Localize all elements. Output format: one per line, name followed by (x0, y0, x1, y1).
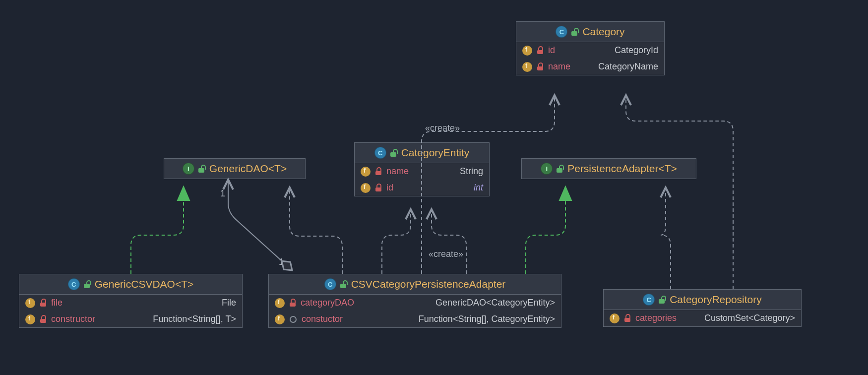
field-row: categories CustomSet<Category> (604, 310, 801, 326)
stereotype-label: «create» (425, 123, 460, 133)
field-name: name (548, 62, 570, 72)
class-box-csv-category-persistence-adapter[interactable]: C CSVCategoryPersistenceAdapter category… (268, 274, 561, 328)
edge-dependency (626, 95, 733, 289)
unlock-icon (557, 165, 563, 173)
field-icon (25, 314, 35, 324)
class-icon: C (556, 26, 567, 38)
lock-icon (537, 63, 543, 70)
lock-icon (290, 300, 296, 307)
class-name: CategoryEntity (401, 147, 470, 159)
lock-icon (375, 185, 381, 191)
edge-dependency (432, 209, 466, 274)
edge-dependency (290, 188, 342, 274)
lock-icon (40, 300, 46, 307)
field-icon (275, 298, 285, 308)
uml-diagram: { "boxes": { "category": { "kind": "clas… (0, 0, 868, 375)
stereotype-label: «create» (429, 249, 463, 259)
members: categoryDAO GenericDAO<CategoryEntity> c… (269, 295, 561, 327)
class-name: CategoryRepository (670, 294, 762, 306)
field-row: id CategoryId (516, 42, 664, 59)
class-name: GenericCSVDAO<T> (95, 278, 194, 290)
field-icon (25, 298, 35, 308)
members: categories CustomSet<Category> (604, 310, 801, 326)
edge-realization (526, 188, 565, 274)
members: file File constructor Function<String[],… (19, 295, 242, 327)
field-type: CategoryId (615, 45, 658, 56)
field-row: constuctor Function<String[], CategoryEn… (269, 311, 561, 327)
class-title: C CategoryRepository (604, 290, 801, 310)
field-row: name String (355, 163, 489, 180)
field-type: CategoryName (598, 62, 658, 72)
field-name: categoryDAO (301, 298, 354, 308)
field-type: String (460, 166, 483, 177)
multiplicity-label: 1 (220, 188, 225, 199)
field-row: name CategoryName (516, 59, 664, 75)
field-type: Function<String[], T> (153, 314, 236, 324)
field-name: file (51, 298, 62, 308)
interface-title: I PersistenceAdapter<T> (522, 159, 696, 179)
field-icon (522, 62, 532, 72)
unlock-icon (571, 28, 578, 36)
field-name: id (386, 183, 393, 193)
class-box-category-entity[interactable]: C CategoryEntity name String id int (354, 142, 490, 196)
class-icon: C (68, 278, 80, 290)
field-type: Function<String[], CategoryEntity> (419, 314, 555, 324)
field-type: CustomSet<Category> (704, 313, 795, 323)
interface-icon: I (541, 163, 553, 175)
field-name: constructor (51, 314, 95, 324)
field-icon (522, 46, 532, 56)
class-name: CSVCategoryPersistenceAdapter (351, 278, 506, 290)
edge-dependency (661, 188, 671, 289)
field-name: name (386, 166, 409, 177)
field-icon (361, 183, 371, 193)
multiplicity-label: 1 (279, 257, 284, 267)
class-name: Category (582, 26, 624, 38)
class-box-generic-csv-dao[interactable]: C GenericCSVDAO<T> file File constructor… (19, 274, 243, 328)
class-box-category[interactable]: C Category id CategoryId name CategoryNa… (516, 21, 665, 75)
field-row: file File (19, 295, 242, 311)
edge-dependency-create (382, 209, 411, 274)
field-name: id (548, 45, 555, 56)
field-name: categories (635, 313, 677, 323)
field-row: categoryDAO GenericDAO<CategoryEntity> (269, 295, 561, 311)
field-icon (361, 167, 371, 177)
unlock-icon (340, 280, 347, 288)
lock-icon (537, 47, 543, 54)
field-name: constuctor (302, 314, 343, 324)
members: id CategoryId name CategoryName (516, 42, 664, 75)
interface-name: PersistenceAdapter<T> (567, 163, 677, 175)
package-icon (290, 316, 297, 323)
interface-box-generic-dao[interactable]: I GenericDAO<T> (164, 158, 306, 179)
class-title: C CSVCategoryPersistenceAdapter (269, 274, 561, 295)
unlock-icon (198, 165, 205, 173)
members: name String id int (355, 163, 489, 196)
field-row: constructor Function<String[], T> (19, 311, 242, 327)
class-icon: C (643, 294, 655, 306)
unlock-icon (659, 296, 666, 304)
field-icon (610, 313, 620, 323)
interface-name: GenericDAO<T> (209, 163, 287, 175)
class-icon: C (324, 278, 336, 290)
field-type: File (222, 298, 236, 308)
class-icon: C (374, 147, 386, 159)
unlock-icon (84, 280, 91, 288)
interface-icon: I (183, 163, 194, 175)
field-icon (275, 314, 285, 324)
field-row: id int (355, 180, 489, 196)
class-title: C GenericCSVDAO<T> (19, 274, 242, 295)
lock-icon (624, 315, 630, 322)
interface-title: I GenericDAO<T> (164, 159, 305, 179)
class-title: C Category (516, 22, 664, 42)
interface-box-persistence-adapter[interactable]: I PersistenceAdapter<T> (521, 158, 696, 179)
lock-icon (40, 316, 46, 323)
edge-realization (131, 188, 184, 274)
field-type: int (474, 183, 483, 193)
field-type: GenericDAO<CategoryEntity> (435, 298, 555, 308)
class-title: C CategoryEntity (355, 143, 489, 163)
lock-icon (375, 168, 381, 175)
unlock-icon (390, 149, 397, 157)
class-box-category-repository[interactable]: C CategoryRepository categories CustomSe… (603, 289, 802, 327)
